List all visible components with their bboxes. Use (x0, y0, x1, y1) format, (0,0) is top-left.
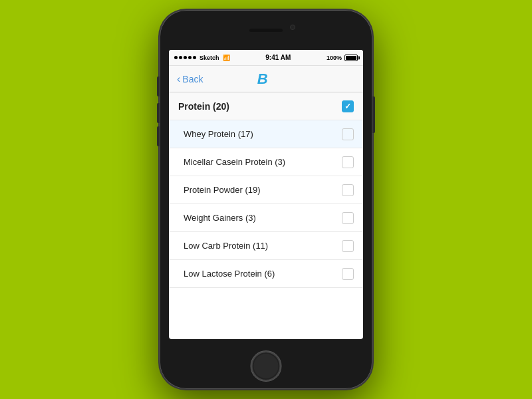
signal-dots (174, 56, 196, 59)
battery-fill (346, 56, 356, 60)
speaker (249, 29, 283, 32)
brand-logo: B (257, 70, 268, 88)
item-checkbox-3[interactable] (342, 212, 354, 224)
item-checkbox-0[interactable] (342, 128, 354, 140)
item-checkbox-1[interactable] (342, 156, 354, 168)
item-label: Whey Protein (17) (184, 129, 253, 139)
list-item[interactable]: Protein Powder (19) (169, 176, 363, 204)
back-button[interactable]: ‹ Back (177, 74, 203, 84)
status-left: Sketch 📶 (174, 55, 230, 61)
item-checkbox-5[interactable] (342, 268, 354, 280)
item-label: Protein Powder (19) (184, 185, 261, 195)
screen: Sketch 📶 9:41 AM 100% ‹ Back (169, 50, 363, 339)
signal-dot-4 (188, 56, 192, 59)
list-item[interactable]: Weight Gainers (3) (169, 204, 363, 232)
phone-body: Sketch 📶 9:41 AM 100% ‹ Back (160, 10, 372, 389)
parent-list-item[interactable]: Protein (20) (169, 92, 363, 120)
list-item[interactable]: Micellar Casein Protein (3) (169, 148, 363, 176)
status-right: 100% (327, 55, 358, 61)
battery-percentage: 100% (327, 55, 342, 61)
list-item[interactable]: Whey Protein (17) (169, 120, 363, 148)
phone-frame: Sketch 📶 9:41 AM 100% ‹ Back (160, 10, 372, 389)
back-chevron-icon: ‹ (177, 74, 180, 84)
item-label: Weight Gainers (3) (184, 213, 256, 223)
parent-label: Protein (20) (178, 101, 229, 112)
status-time: 9:41 AM (265, 54, 291, 61)
wifi-icon: 📶 (223, 55, 230, 61)
item-label: Low Lactose Protein (6) (184, 269, 275, 279)
list-item[interactable]: Low Lactose Protein (6) (169, 260, 363, 288)
signal-dot-1 (174, 56, 178, 59)
battery-bar (344, 55, 358, 61)
signal-dot-3 (184, 56, 187, 59)
camera (290, 25, 295, 30)
signal-dot-2 (179, 56, 182, 59)
item-label: Low Carb Protein (11) (184, 241, 268, 251)
nav-bar: ‹ Back B (169, 66, 363, 92)
item-checkbox-4[interactable] (342, 240, 354, 252)
battery-icon (344, 55, 358, 61)
status-bar: Sketch 📶 9:41 AM 100% (169, 50, 363, 66)
item-label: Micellar Casein Protein (3) (184, 157, 285, 167)
signal-dot-5 (193, 56, 196, 59)
home-button[interactable] (251, 351, 281, 381)
back-label: Back (182, 74, 203, 84)
carrier-label: Sketch (200, 55, 219, 61)
parent-checkbox[interactable] (342, 100, 354, 112)
item-checkbox-2[interactable] (342, 184, 354, 196)
category-list: Protein (20) Whey Protein (17) Micellar … (169, 92, 363, 288)
list-item[interactable]: Low Carb Protein (11) (169, 232, 363, 260)
